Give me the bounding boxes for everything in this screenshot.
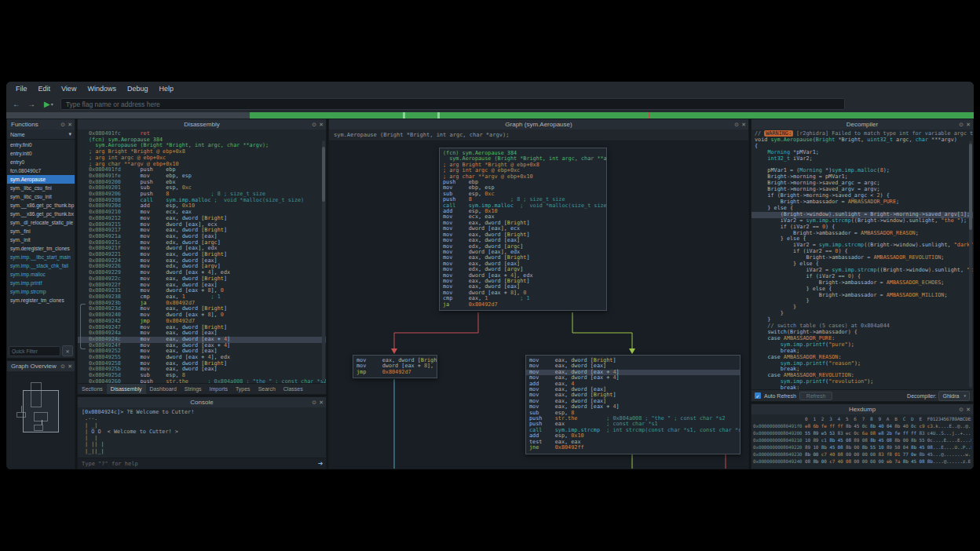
code-line[interactable]: } <box>751 311 973 317</box>
function-list-item[interactable]: sym.deregister_tm_clones <box>7 244 75 253</box>
code-line[interactable]: 0x08049260 push str.the ; 0x804a008 ; "t… <box>78 379 326 383</box>
code-line[interactable]: break; <box>751 385 973 389</box>
hexdump-row[interactable]: 0x00000000080492308b 00 c7 40 08 00 00 0… <box>753 451 971 458</box>
function-list-item[interactable]: sym.Aeropause <box>7 175 75 184</box>
float-icon[interactable]: ⊙ <box>734 122 739 128</box>
hexdump-row[interactable]: 0x000000000804920055 89 e5 53 83 ec 0c 6… <box>753 429 971 436</box>
code-line[interactable]: jne 0x80492ff <box>526 445 740 451</box>
function-list-item[interactable]: sym.__x86.get_pc_thunk.bx <box>7 210 75 218</box>
scrollbar[interactable] <box>322 140 325 381</box>
function-list-item[interactable]: sym.register_tm_clones <box>7 296 75 305</box>
functions-sort-header[interactable]: Name ▾ <box>7 130 75 140</box>
graph-node-true[interactable]: mov eax, dword [Bright]mov eax, dword [e… <box>525 355 740 454</box>
view-tab[interactable]: Sections <box>78 384 107 394</box>
chevron-down-icon: ▾ <box>51 101 53 107</box>
function-list-item[interactable]: sym.__x86.get_pc_thunk.bp <box>7 201 75 210</box>
panel-title: Decompiler <box>847 121 878 128</box>
back-icon[interactable]: ← <box>11 99 22 110</box>
code-line[interactable]: ja 0x80492d7 <box>440 302 606 308</box>
function-list-item[interactable]: sym._fini <box>7 227 75 235</box>
view-tab[interactable]: Imports <box>206 384 232 394</box>
sort-down-icon: ▾ <box>68 131 71 137</box>
minimap-viewport[interactable] <box>23 390 59 432</box>
function-list-item[interactable]: entry.fini0 <box>7 140 75 149</box>
console-output: [0x0804924c]> ?E Welcome to Cutter! .--.… <box>78 407 326 458</box>
function-list-item[interactable]: sym.imp.strcmp <box>7 287 75 296</box>
hexdump-rows: 0x00000000080491f0e8 6b fe ff ff 8b 45 0… <box>753 422 971 465</box>
hexdump-panel-header: Hexdump ⊙ ✕ <box>751 404 973 414</box>
function-list-item[interactable]: sym._init <box>7 235 75 244</box>
float-icon[interactable]: ⊙ <box>959 407 964 413</box>
hexdump-row[interactable]: 0x00000000080491f0e8 6b fe ff ff 8b 45 0… <box>753 422 971 429</box>
function-list-item[interactable]: sym.imp.printf <box>7 279 75 287</box>
float-icon[interactable]: ⊙ <box>60 122 65 128</box>
seek-input[interactable] <box>60 98 845 110</box>
decompiler-select[interactable]: Ghidra ▾ <box>938 391 970 401</box>
code-line[interactable]: jmp 0x80492d7 <box>353 370 437 375</box>
close-icon[interactable]: ✕ <box>319 122 324 128</box>
float-icon[interactable]: ⊙ <box>959 122 964 128</box>
view-tab[interactable]: Search <box>254 384 280 394</box>
console-input[interactable] <box>78 461 315 467</box>
graph-minimap[interactable] <box>7 371 75 469</box>
close-icon[interactable]: ✕ <box>68 122 72 128</box>
forward-icon[interactable]: → <box>26 99 37 110</box>
code-line[interactable]: int32_t iVar2; <box>751 156 973 162</box>
menu-item[interactable]: Windows <box>82 82 121 96</box>
graph-canvas[interactable]: (fcn) sym.Aeropause 384 sym.Aeropause (B… <box>329 141 748 469</box>
view-tab[interactable]: Types <box>232 384 254 394</box>
code-line[interactable]: void sym.Aeropause(Bright *Bright, uint3… <box>751 137 973 144</box>
hexdump-row[interactable]: 0x000000000804924008 8b 00 c7 40 08 00 0… <box>753 458 971 465</box>
hexdump-row[interactable]: 0x000000000804921010 89 c1 8b 45 08 89 0… <box>753 436 971 443</box>
function-list-item[interactable]: entry0 <box>7 158 75 166</box>
refresh-button[interactable]: Refresh <box>799 392 833 400</box>
close-icon[interactable]: ✕ <box>966 122 971 128</box>
quick-filter-input[interactable] <box>9 346 60 356</box>
auto-refresh-checkbox[interactable]: ✓ <box>755 392 761 399</box>
float-icon[interactable]: ⊙ <box>60 363 65 370</box>
code-line: | _| <box>78 422 326 429</box>
function-list-item[interactable]: sym.imp.__stack_chk_fail <box>7 261 75 270</box>
close-icon[interactable]: ✕ <box>68 363 72 370</box>
code-line[interactable]: } <box>751 305 973 311</box>
decompiler-code: // WARNING: [r2ghidra] Failed to match t… <box>751 130 973 389</box>
disassembly-listing: 0x080491fc ret(fcn) sym.Aeropause 384 sy… <box>78 130 326 383</box>
address-nav-strip[interactable] <box>6 112 974 119</box>
graph-node-false[interactable]: mov eax, dword [Bright]mov dword [eax + … <box>353 355 437 378</box>
close-icon[interactable]: ✕ <box>966 407 971 413</box>
function-list-item[interactable]: sym._libc_csu_fini <box>7 184 75 192</box>
close-icon[interactable]: ✕ <box>741 122 746 128</box>
menu-bar: FileEditViewWindowsDebugHelp <box>6 82 974 97</box>
clear-filter-icon[interactable]: ✕ <box>62 345 73 356</box>
function-list-item[interactable]: sym._dl_relocate_static_pie <box>7 218 75 227</box>
close-icon[interactable]: ✕ <box>319 400 324 406</box>
debug-start-button[interactable]: ▶ ▾ <box>44 99 53 110</box>
function-signature-bar: sym.Aeropause (Bright *Bright, int argc,… <box>329 130 748 141</box>
graph-overview-panel: Graph Overview ⊙ ✕ <box>6 360 75 469</box>
function-list-item[interactable]: sym._libc_csu_init <box>7 192 75 201</box>
menu-item[interactable]: Edit <box>34 82 56 96</box>
view-tab[interactable]: Disassembly <box>107 384 146 394</box>
hexdump-row[interactable]: 0x000000000804922089 10 8b 45 08 8b 00 8… <box>753 443 971 451</box>
float-icon[interactable]: ⊙ <box>312 400 316 406</box>
function-list-item[interactable]: fcn.080490c7 <box>7 166 75 175</box>
menu-item[interactable]: Debug <box>122 82 153 96</box>
hexdump-column-header: 0 1 2 3 4 5 6 7 8 9 A B C D E F 01234567… <box>753 415 971 422</box>
float-icon[interactable]: ⊙ <box>312 122 316 128</box>
view-tab[interactable]: Classes <box>280 384 307 394</box>
send-icon[interactable]: ➜ <box>315 459 326 468</box>
menu-item[interactable]: View <box>57 82 81 96</box>
jump-arrow <box>80 304 86 349</box>
function-list-item[interactable]: sym.imp.__libc_start_main <box>7 253 75 261</box>
function-list-item[interactable]: sym.imp.malloc <box>7 270 75 279</box>
scrollbar[interactable] <box>969 140 972 388</box>
column-name-label: Name <box>10 132 25 137</box>
edge-false-branch <box>394 312 478 352</box>
view-tab[interactable]: Strings <box>181 384 206 394</box>
graph-node-entry[interactable]: (fcn) sym.Aeropause 384 sym.Aeropause (B… <box>439 148 607 311</box>
graph-panel: Graph (sym.Aeropause) ⊙ ✕ sym.Aeropause … <box>328 119 749 469</box>
view-tab[interactable]: Dashboard <box>146 384 181 394</box>
menu-item[interactable]: File <box>11 82 32 96</box>
menu-item[interactable]: Help <box>154 82 178 96</box>
function-list-item[interactable]: entry.init0 <box>7 149 75 158</box>
